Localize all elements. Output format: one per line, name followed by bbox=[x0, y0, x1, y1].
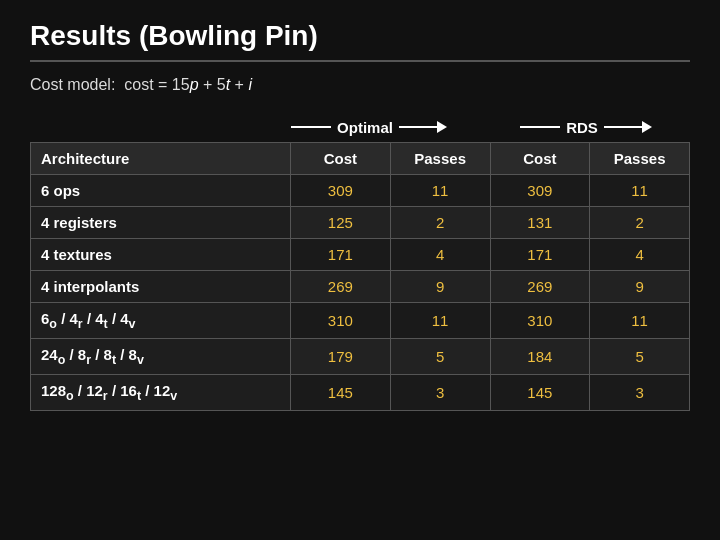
col-architecture: Architecture bbox=[31, 143, 291, 175]
cell-opt-passes: 5 bbox=[390, 339, 490, 375]
cell-rds-passes: 3 bbox=[590, 375, 690, 411]
table-row: 4 textures17141714 bbox=[31, 239, 690, 271]
cell-rds-cost: 171 bbox=[490, 239, 590, 271]
cell-opt-passes: 9 bbox=[390, 271, 490, 303]
cell-opt-passes: 11 bbox=[390, 303, 490, 339]
cell-opt-passes: 2 bbox=[390, 207, 490, 239]
results-table-wrapper: Optimal RDS Architecture Cost Passes Cos… bbox=[30, 112, 690, 411]
cell-architecture: 128o / 12r / 16t / 12v bbox=[31, 375, 291, 411]
cell-architecture: 24o / 8r / 8t / 8v bbox=[31, 339, 291, 375]
table-row: 24o / 8r / 8t / 8v17951845 bbox=[31, 339, 690, 375]
rds-group-header: RDS bbox=[482, 119, 690, 136]
cell-opt-passes: 11 bbox=[390, 175, 490, 207]
cell-rds-passes: 4 bbox=[590, 239, 690, 271]
cell-rds-passes: 11 bbox=[590, 175, 690, 207]
cell-rds-passes: 11 bbox=[590, 303, 690, 339]
cell-rds-cost: 145 bbox=[490, 375, 590, 411]
col-rds-passes: Passes bbox=[590, 143, 690, 175]
table-row: 6 ops3091130911 bbox=[31, 175, 690, 207]
cell-architecture: 4 registers bbox=[31, 207, 291, 239]
cell-opt-passes: 3 bbox=[390, 375, 490, 411]
cell-rds-cost: 309 bbox=[490, 175, 590, 207]
cell-architecture: 6o / 4r / 4t / 4v bbox=[31, 303, 291, 339]
cell-opt-cost: 171 bbox=[291, 239, 391, 271]
table-row: 128o / 12r / 16t / 12v14531453 bbox=[31, 375, 690, 411]
table-row: 6o / 4r / 4t / 4v3101131011 bbox=[31, 303, 690, 339]
cell-opt-cost: 179 bbox=[291, 339, 391, 375]
cell-opt-cost: 145 bbox=[291, 375, 391, 411]
table-row: 4 registers12521312 bbox=[31, 207, 690, 239]
cell-rds-cost: 184 bbox=[490, 339, 590, 375]
results-table: Architecture Cost Passes Cost Passes 6 o… bbox=[30, 142, 690, 411]
cell-opt-cost: 125 bbox=[291, 207, 391, 239]
cell-rds-passes: 2 bbox=[590, 207, 690, 239]
cell-opt-passes: 4 bbox=[390, 239, 490, 271]
cell-architecture: 6 ops bbox=[31, 175, 291, 207]
col-rds-cost: Cost bbox=[490, 143, 590, 175]
page-title: Results (Bowling Pin) bbox=[30, 20, 690, 62]
col-opt-cost: Cost bbox=[291, 143, 391, 175]
cell-rds-cost: 269 bbox=[490, 271, 590, 303]
cell-rds-cost: 310 bbox=[490, 303, 590, 339]
cell-architecture: 4 textures bbox=[31, 239, 291, 271]
cost-model: Cost model: cost = 15p + 5t + i bbox=[30, 76, 690, 94]
group-headers: Optimal RDS bbox=[30, 112, 690, 142]
col-opt-passes: Passes bbox=[390, 143, 490, 175]
cell-rds-cost: 131 bbox=[490, 207, 590, 239]
cell-opt-cost: 310 bbox=[291, 303, 391, 339]
cell-rds-passes: 5 bbox=[590, 339, 690, 375]
optimal-group-header: Optimal bbox=[265, 119, 473, 136]
table-header-row: Architecture Cost Passes Cost Passes bbox=[31, 143, 690, 175]
cell-opt-cost: 309 bbox=[291, 175, 391, 207]
cell-architecture: 4 interpolants bbox=[31, 271, 291, 303]
cell-opt-cost: 269 bbox=[291, 271, 391, 303]
cell-rds-passes: 9 bbox=[590, 271, 690, 303]
table-row: 4 interpolants26992699 bbox=[31, 271, 690, 303]
